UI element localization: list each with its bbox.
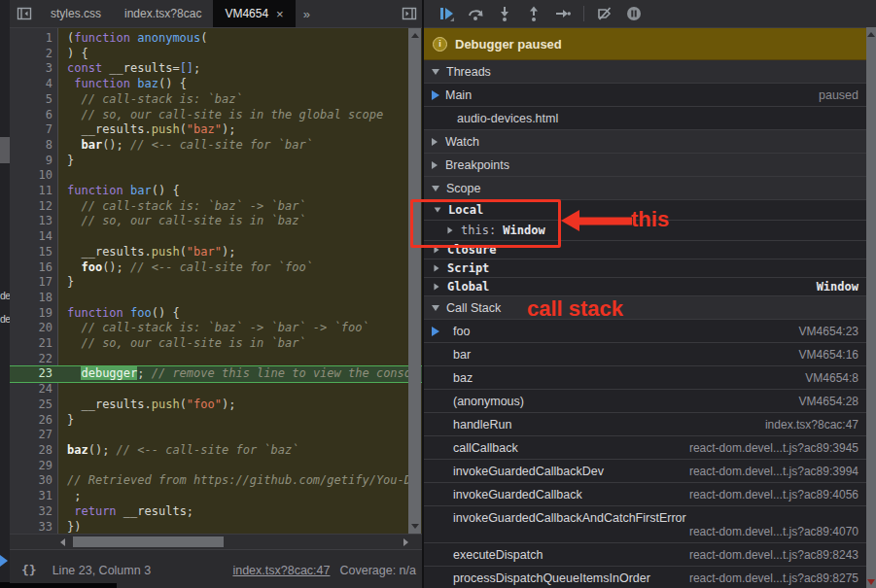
code-line-10[interactable]: 10 [10, 168, 422, 184]
line-number[interactable]: 33 [10, 520, 61, 535]
line-number[interactable]: 8 [10, 138, 61, 154]
line-number[interactable]: 5 [10, 92, 61, 108]
code-line-22[interactable]: 22 [10, 352, 422, 367]
code-line-24[interactable]: 24 [10, 382, 422, 398]
callstack-section-header[interactable]: Call Stack [424, 296, 866, 320]
code-line-33[interactable]: 33}) [10, 520, 422, 535]
line-number[interactable]: 3 [10, 61, 61, 77]
code-line-31[interactable]: 31 ; [10, 489, 422, 504]
line-number[interactable]: 29 [10, 459, 61, 474]
call-stack-frame[interactable]: callCallbackreact-dom.devel...t.js?ac89:… [424, 436, 866, 460]
code-line-25[interactable]: 25 __results.push("foo"); [10, 398, 422, 413]
code-line-2[interactable]: 2) { [10, 47, 422, 62]
debugger-panel-toggle-icon[interactable] [399, 6, 420, 21]
code-editor[interactable]: 1(function anonymous(2) {3const __result… [10, 28, 422, 534]
code-line-3[interactable]: 3const __results=[]; [10, 61, 422, 77]
step-into-button[interactable] [492, 4, 517, 23]
code-line-5[interactable]: 5 // call-stack is: `baz` [10, 92, 422, 108]
breakpoints-section-header[interactable]: Breakpoints [424, 154, 866, 177]
tab-VM4654[interactable]: VM4654× [213, 0, 295, 27]
line-number[interactable]: 30 [10, 473, 61, 489]
call-stack-frame[interactable]: invokeGuardedCallbackreact-dom.devel...t… [424, 483, 866, 506]
navigator-panel-toggle-icon[interactable] [14, 6, 35, 21]
line-number[interactable]: 11 [10, 184, 61, 199]
call-stack-frame[interactable]: invokeGuardedCallbackAndCatchFirstErrorr… [424, 506, 866, 543]
code-line-26[interactable]: 26} [10, 413, 422, 429]
line-number[interactable]: 15 [10, 245, 61, 260]
watch-section-header[interactable]: Watch [424, 130, 866, 154]
scroll-down-icon[interactable] [867, 579, 875, 585]
call-stack-frame[interactable]: invokeGuardedCallbackDevreact-dom.devel.… [424, 460, 866, 483]
line-number[interactable]: 26 [10, 413, 61, 429]
scope-global-row[interactable]: Global Window [424, 278, 866, 296]
scroll-up-icon[interactable] [867, 32, 875, 37]
line-number[interactable]: 2 [10, 47, 61, 62]
tab-styles.css[interactable]: styles.css [39, 0, 113, 27]
step-button[interactable] [550, 4, 576, 23]
code-line-7[interactable]: 7 __results.push("baz"); [10, 122, 422, 138]
line-number[interactable]: 28 [10, 443, 61, 459]
line-number[interactable]: 24 [10, 382, 61, 398]
step-over-button[interactable] [463, 4, 488, 23]
call-stack-frame[interactable]: executeDispatchreact-dom.devel...t.js?ac… [424, 543, 866, 567]
deactivate-breakpoints-button[interactable] [592, 4, 617, 23]
thread-frame-row[interactable]: audio-devices.html [424, 107, 866, 130]
line-number[interactable]: 14 [10, 229, 61, 245]
call-stack-frame[interactable]: processDispatchQueueItemsInOrderreact-do… [424, 567, 866, 588]
scroll-left-icon[interactable] [60, 538, 65, 546]
code-line-20[interactable]: 20 // call-stack is: `baz` -> `bar` -> `… [10, 321, 422, 336]
line-number[interactable]: 23 [10, 366, 61, 382]
code-line-29[interactable]: 29 [10, 459, 422, 474]
scope-section-header[interactable]: Scope [424, 177, 866, 200]
code-line-23[interactable]: 23 debugger; // remove this line to view… [10, 366, 422, 382]
line-number[interactable]: 31 [10, 489, 61, 504]
call-stack-frame[interactable]: bazVM4654:8 [424, 366, 866, 390]
editor-horizontal-scrollbar[interactable] [10, 534, 422, 549]
code-line-14[interactable]: 14 [10, 229, 422, 245]
code-line-18[interactable]: 18 [10, 291, 422, 306]
code-line-30[interactable]: 30// Retrieved from https://github.com/g… [10, 473, 422, 489]
code-line-6[interactable]: 6 // so, our call-site is in the global … [10, 108, 422, 123]
code-line-28[interactable]: 28baz(); // <-- call-site for `baz` [10, 443, 422, 459]
tab-index.tsx?8cac[interactable]: index.tsx?8cac [113, 0, 213, 27]
line-number[interactable]: 4 [10, 77, 61, 92]
code-line-1[interactable]: 1(function anonymous( [10, 31, 422, 47]
code-line-16[interactable]: 16 foo(); // <-- call-site for `foo` [10, 260, 422, 276]
line-number[interactable]: 1 [10, 31, 61, 47]
horizontal-scroll-thumb[interactable] [73, 536, 224, 547]
tab-overflow-chevron[interactable]: » [303, 7, 310, 21]
line-number[interactable]: 13 [10, 214, 61, 229]
pretty-print-icon[interactable]: {} [21, 563, 37, 577]
line-number[interactable]: 32 [10, 504, 61, 520]
call-stack-frame[interactable]: fooVM4654:23 [424, 320, 866, 343]
line-number[interactable]: 27 [10, 428, 61, 443]
resume-button[interactable] [434, 4, 459, 23]
scroll-right-icon[interactable] [403, 538, 408, 546]
line-number[interactable]: 16 [10, 260, 61, 276]
line-number[interactable]: 22 [10, 352, 61, 367]
code-line-12[interactable]: 12 // call-stack is: `baz` -> `bar` [10, 199, 422, 215]
line-number[interactable]: 12 [10, 199, 61, 215]
paused-location-link[interactable]: index.tsx?8cac:47 [232, 564, 330, 577]
call-stack-frame[interactable]: (anonymous)VM4654:28 [424, 390, 866, 413]
line-number[interactable]: 17 [10, 275, 61, 291]
line-number[interactable]: 19 [10, 306, 61, 322]
scroll-up-icon[interactable] [411, 33, 419, 38]
code-line-13[interactable]: 13 // so, our call-site is in `baz` [10, 214, 422, 229]
code-line-19[interactable]: 19function foo() { [10, 306, 422, 322]
line-number[interactable]: 25 [10, 398, 61, 413]
line-number[interactable]: 18 [10, 291, 61, 306]
sidebar-scrollbar[interactable] [866, 27, 876, 588]
scroll-down-icon[interactable] [411, 524, 419, 529]
code-line-15[interactable]: 15 __results.push("bar"); [10, 245, 422, 260]
editor-vertical-scrollbar[interactable] [408, 28, 421, 534]
line-number[interactable]: 6 [10, 108, 61, 123]
step-out-button[interactable] [521, 4, 546, 23]
line-number[interactable]: 21 [10, 336, 61, 352]
call-stack-frame[interactable]: barVM4654:16 [424, 343, 866, 366]
code-line-11[interactable]: 11function bar() { [10, 184, 422, 199]
code-line-8[interactable]: 8 bar(); // <-- call-site for `bar` [10, 138, 422, 154]
code-line-9[interactable]: 9} [10, 154, 422, 169]
code-line-17[interactable]: 17} [10, 275, 422, 291]
line-number[interactable]: 7 [10, 122, 61, 138]
